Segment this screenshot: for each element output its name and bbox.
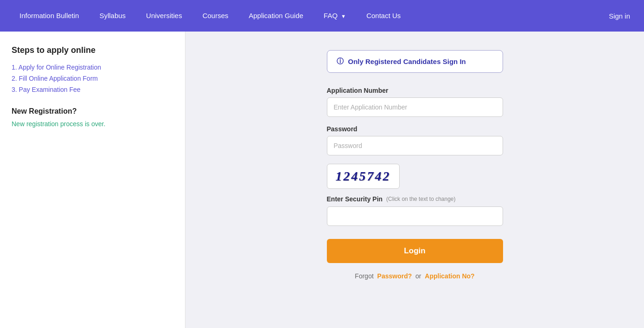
password-input[interactable] <box>327 136 503 155</box>
forgot-row: Forgot Password? or Application No? <box>327 272 503 280</box>
info-banner: ⓘ Only Registered Candidates Sign In <box>327 50 503 73</box>
security-pin-input[interactable] <box>327 206 503 226</box>
info-icon: ⓘ <box>337 57 344 66</box>
step-2[interactable]: 2. Fill Online Application Form <box>12 75 173 82</box>
nav-universities[interactable]: Universities <box>136 0 192 32</box>
nav-faq[interactable]: FAQ ▼ <box>313 0 356 32</box>
nav-app-guide[interactable]: Application Guide <box>239 0 314 32</box>
banner-text: Only Registered Candidates Sign In <box>348 58 466 65</box>
security-pin-hint: (Click on the text to change) <box>386 196 455 202</box>
new-reg-note: New registration process is over. <box>12 120 173 128</box>
steps-heading: Steps to apply online <box>12 45 173 55</box>
step-3[interactable]: 3. Pay Examination Fee <box>12 86 173 93</box>
forgot-prefix: Forgot <box>355 272 373 280</box>
new-reg-heading: New Registration? <box>12 107 173 116</box>
main-nav: Information Bulletin Syllabus Universiti… <box>0 0 644 32</box>
security-pin-label: Enter Security Pin <box>327 195 383 203</box>
forgot-password-link[interactable]: Password? <box>377 272 412 280</box>
main-content: ⓘ Only Registered Candidates Sign In App… <box>185 32 644 328</box>
sidebar: Steps to apply online 1. Apply for Onlin… <box>0 32 185 328</box>
nav-courses[interactable]: Courses <box>192 0 239 32</box>
app-number-input[interactable] <box>327 97 503 117</box>
password-group: Password <box>327 125 503 155</box>
forgot-or: or <box>415 272 421 280</box>
login-button[interactable]: Login <box>327 239 503 263</box>
nav-info-bulletin[interactable]: Information Bulletin <box>9 0 89 32</box>
captcha-image[interactable]: 1245742 <box>327 164 400 189</box>
nav-contact-us[interactable]: Contact Us <box>356 0 411 32</box>
steps-list: 1. Apply for Online Registration 2. Fill… <box>12 64 173 93</box>
signin-link[interactable]: Sign in <box>609 12 635 20</box>
nav-syllabus[interactable]: Syllabus <box>89 0 136 32</box>
faq-dropdown-icon: ▼ <box>341 13 346 19</box>
login-card: ⓘ Only Registered Candidates Sign In App… <box>327 50 503 309</box>
captcha-text: 1245742 <box>336 169 391 183</box>
security-pin-group <box>327 206 503 226</box>
security-pin-label-row: Enter Security Pin (Click on the text to… <box>327 195 503 203</box>
forgot-appno-link[interactable]: Application No? <box>425 272 474 280</box>
step-1[interactable]: 1. Apply for Online Registration <box>12 64 173 71</box>
app-number-label: Application Number <box>327 87 503 94</box>
password-label: Password <box>327 125 503 133</box>
app-number-group: Application Number <box>327 87 503 117</box>
